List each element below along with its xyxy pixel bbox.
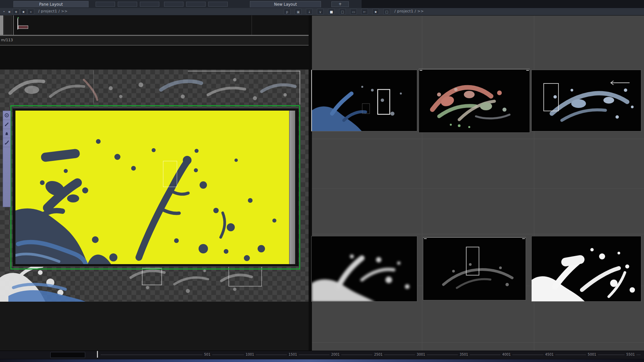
- header-divider: [13, 15, 14, 35]
- timeline-bar[interactable]: 501 1001 1501 2001 2501 3001 3501 4001 4…: [0, 351, 644, 362]
- tab-slot[interactable]: [164, 2, 183, 7]
- tab-slot[interactable]: [96, 2, 115, 7]
- frame-tick: 3501: [458, 353, 470, 356]
- viewer-toolbar: [3, 111, 11, 207]
- thumbnail-art: [423, 238, 526, 300]
- tab-slot[interactable]: [208, 2, 228, 7]
- overlay-rectangle: [163, 161, 177, 187]
- transform-icon[interactable]: [3, 111, 10, 120]
- left-pane-header: [0, 15, 309, 35]
- ghost-frames-bottom: [0, 264, 309, 302]
- timeline-ruler-line: [101, 355, 641, 355]
- axis-corner-icon: [17, 18, 30, 29]
- selection-border: [10, 105, 300, 269]
- wide-frame-icon[interactable]: ▭: [350, 9, 357, 14]
- left-pane-path[interactable]: / project1 / >>: [38, 9, 68, 13]
- back-arrow-icon[interactable]: ←: [361, 9, 368, 14]
- app-window: Pane Layout New Layout + • ▪ + ★ ⌖ / pro…: [0, 0, 644, 362]
- frame-tick: 1501: [287, 353, 299, 356]
- scroll-indicator[interactable]: [0, 15, 3, 35]
- node-thumbnail-slate[interactable]: [531, 70, 641, 131]
- playbar-scrubber[interactable]: [0, 359, 644, 362]
- frame-tick: 4001: [500, 353, 512, 356]
- brush-icon[interactable]: [3, 138, 10, 147]
- header-cell: [4, 15, 12, 35]
- frame-tick: 5501: [625, 353, 636, 356]
- frame-tick: 2501: [372, 353, 384, 356]
- thumbnail-art: [532, 236, 641, 302]
- grid-line: [312, 188, 644, 189]
- back-icon[interactable]: ▪: [6, 9, 13, 14]
- frame-tick: 1001: [244, 353, 256, 356]
- tab-pane-layout[interactable]: Pane Layout: [13, 1, 89, 7]
- grid-line: [312, 234, 644, 234]
- frame-tick: 501: [202, 353, 212, 356]
- hand-icon[interactable]: [3, 129, 10, 138]
- left-pane-empty-area: [0, 302, 309, 351]
- pen-icon[interactable]: [3, 120, 10, 129]
- right-pane-path[interactable]: / project1 / >>: [394, 9, 424, 13]
- favorite-star-icon[interactable]: ★: [372, 9, 379, 14]
- node-thumbnail-dim[interactable]: [423, 237, 526, 300]
- header-divider: [252, 15, 252, 35]
- display-icon[interactable]: p: [284, 9, 290, 14]
- box-icon[interactable]: □: [383, 9, 390, 14]
- node-thumbnail-blue[interactable]: [311, 70, 417, 131]
- node-thumbnail-bright-white[interactable]: [531, 236, 641, 302]
- frame-tick: 4501: [543, 353, 555, 356]
- grid-line: [422, 16, 422, 351]
- ghost-frames-top: [0, 70, 309, 106]
- add-icon[interactable]: +: [13, 9, 19, 14]
- thumbnail-art: [312, 70, 417, 131]
- stop-icon[interactable]: ■: [328, 9, 335, 14]
- tab-slot[interactable]: [118, 2, 137, 7]
- grid-line: [312, 342, 644, 343]
- thumbnail-art: [419, 69, 530, 133]
- grid-line: [312, 139, 644, 139]
- thumbnail-art: [312, 236, 417, 302]
- collapse-icon[interactable]: ∨: [317, 9, 324, 14]
- tab-bar-dark-area: [362, 0, 644, 8]
- thumbnail-art: [532, 70, 641, 131]
- tab-slot[interactable]: [140, 2, 159, 7]
- add-tab-button[interactable]: +: [331, 1, 349, 7]
- header-gap: [0, 46, 309, 70]
- path-toolbar-row: • ▪ + ★ ⌖ / project1 / >> p ▣ ↓ ∨ ■ □ ▭ …: [0, 8, 644, 15]
- down-icon[interactable]: ↓: [306, 9, 313, 14]
- frame-tick: 2001: [329, 353, 341, 356]
- favorite-star-icon[interactable]: ★: [20, 9, 27, 14]
- pane-tab-bar: Pane Layout New Layout +: [0, 0, 644, 8]
- panel-icon[interactable]: ▣: [295, 9, 302, 14]
- tab-new-layout[interactable]: New Layout: [250, 1, 321, 7]
- playhead[interactable]: [97, 351, 98, 358]
- node-name-row: [0, 36, 309, 45]
- frame-tick: 5001: [586, 353, 598, 356]
- frame-icon[interactable]: □: [339, 9, 346, 14]
- node-name-label: m/113: [1, 38, 13, 42]
- pin-icon[interactable]: ⌖: [28, 9, 34, 14]
- frame-counter-box[interactable]: [50, 352, 85, 358]
- tab-slot[interactable]: [186, 2, 206, 7]
- node-thumbnail-soft-white[interactable]: [311, 236, 417, 302]
- frame-tick: 3001: [415, 353, 427, 356]
- node-thumbnail-multicolor[interactable]: [419, 69, 530, 133]
